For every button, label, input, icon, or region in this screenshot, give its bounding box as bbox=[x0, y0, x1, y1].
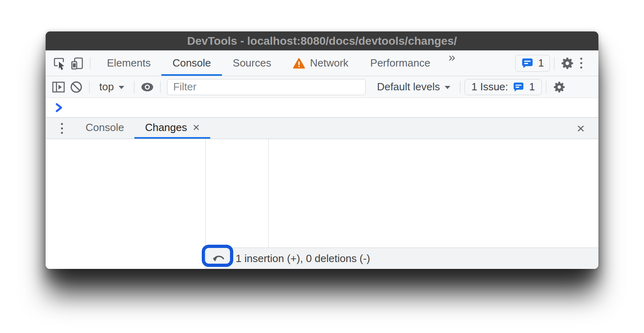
issues-counter-button[interactable]: 1 Issue: 1 bbox=[464, 79, 542, 95]
tab-performance[interactable]: Performance bbox=[360, 50, 441, 76]
close-drawer-icon[interactable]: × bbox=[577, 121, 585, 135]
console-toolbar: top Default levels 1 Issue: bbox=[46, 76, 598, 98]
inspect-element-button[interactable] bbox=[50, 54, 68, 72]
kebab-menu-icon bbox=[61, 123, 63, 125]
revert-changes-button[interactable] bbox=[210, 250, 228, 266]
device-toolbar-icon bbox=[70, 56, 84, 71]
block-icon bbox=[69, 80, 83, 94]
toolbar-separator bbox=[460, 81, 460, 93]
drawer-tabbar: Console Changes × × bbox=[46, 117, 598, 139]
devtools-window: DevTools - localhost:8080/docs/devtools/… bbox=[46, 31, 598, 269]
javascript-context-selector[interactable]: top bbox=[94, 81, 130, 93]
gear-icon bbox=[560, 56, 574, 70]
tab-elements[interactable]: Elements bbox=[96, 50, 161, 76]
diff-pane: 1 insertion (+), 0 deletions (-) bbox=[206, 139, 598, 269]
diff-summary: 1 insertion (+), 0 deletions (-) bbox=[236, 252, 370, 265]
undo-icon bbox=[212, 254, 226, 263]
close-tab-icon[interactable]: × bbox=[192, 121, 200, 133]
toggle-device-toolbar-button[interactable] bbox=[68, 54, 86, 72]
warning-icon bbox=[293, 58, 305, 69]
drawer-tab-changes[interactable]: Changes × bbox=[134, 118, 210, 139]
log-levels-selector[interactable]: Default levels bbox=[371, 81, 456, 93]
drawer-tab-console[interactable]: Console bbox=[75, 118, 134, 139]
filter-input[interactable] bbox=[167, 79, 366, 95]
tab-console[interactable]: Console bbox=[161, 50, 222, 76]
create-live-expression-button[interactable] bbox=[138, 78, 156, 96]
toolbar-separator bbox=[546, 81, 546, 93]
drawer-menu-button[interactable] bbox=[57, 123, 67, 134]
toolbar-separator bbox=[160, 81, 161, 93]
gear-icon bbox=[553, 81, 566, 94]
eye-icon bbox=[140, 81, 155, 93]
diff-view bbox=[206, 139, 598, 248]
settings-button[interactable] bbox=[558, 54, 576, 72]
more-tabs-button[interactable]: » bbox=[441, 50, 462, 76]
message-bubble-icon bbox=[521, 58, 533, 69]
kebab-menu-icon bbox=[580, 58, 582, 60]
console-sidebar-toggle-button[interactable] bbox=[50, 78, 67, 96]
gutter-divider bbox=[268, 139, 269, 248]
main-toolbar: Elements Console Sources Network Perform… bbox=[46, 50, 598, 76]
title-bar: DevTools - localhost:8080/docs/devtools/… bbox=[46, 31, 598, 50]
panel-tabs: Elements Console Sources Network Perform… bbox=[96, 50, 462, 76]
issues-badge-button[interactable]: 1 bbox=[515, 55, 550, 72]
clear-console-button[interactable] bbox=[67, 78, 85, 96]
tab-network[interactable]: Network bbox=[282, 50, 359, 76]
changed-files-list bbox=[46, 139, 206, 269]
toolbar-separator bbox=[554, 57, 554, 69]
message-bubble-icon bbox=[513, 82, 524, 92]
chevron-down-icon bbox=[119, 86, 124, 89]
inspect-cursor-icon bbox=[52, 56, 67, 71]
sidebar-panel-icon bbox=[52, 81, 65, 94]
issues-count: 1 bbox=[538, 57, 544, 69]
console-prompt[interactable] bbox=[46, 98, 598, 117]
window-title: DevTools - localhost:8080/docs/devtools/… bbox=[46, 35, 598, 48]
toolbar-separator bbox=[134, 81, 134, 93]
toolbar-separator bbox=[90, 57, 90, 69]
tab-sources[interactable]: Sources bbox=[222, 50, 282, 76]
toolbar-separator bbox=[89, 81, 90, 93]
changes-panel: 1 insertion (+), 0 deletions (-) bbox=[46, 139, 598, 269]
customize-devtools-button[interactable] bbox=[576, 58, 586, 69]
console-settings-button[interactable] bbox=[550, 78, 568, 96]
changes-status-bar: 1 insertion (+), 0 deletions (-) bbox=[206, 248, 598, 269]
prompt-chevron-icon bbox=[54, 102, 64, 113]
chevron-down-icon bbox=[445, 86, 450, 89]
